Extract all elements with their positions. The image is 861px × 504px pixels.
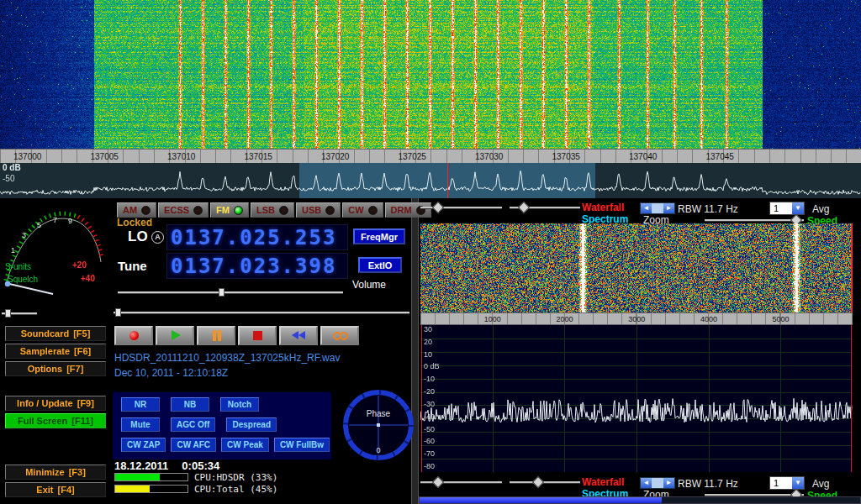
- frequency-tick-label: 5000: [745, 315, 817, 323]
- extio-button[interactable]: ExtIO: [358, 257, 402, 273]
- vfo-a-badge-icon[interactable]: A: [151, 231, 164, 244]
- rewind-button[interactable]: [279, 326, 318, 345]
- mode-button-cw[interactable]: CW: [342, 202, 383, 218]
- slider-groove: [510, 481, 580, 484]
- squelch-slider[interactable]: [2, 308, 37, 318]
- cw-zap-button[interactable]: CW ZAP: [121, 438, 166, 452]
- mode-button-ecss[interactable]: ECSS: [158, 202, 209, 218]
- notch-button[interactable]: Notch: [220, 397, 259, 412]
- waterfall-upper-slider[interactable]: [420, 477, 502, 487]
- zoom-in-arrow-icon[interactable]: ►: [663, 203, 674, 213]
- nr-button[interactable]: NR: [121, 397, 160, 412]
- options-button[interactable]: Options[F7]: [5, 361, 106, 376]
- mode-button-lsb[interactable]: LSB: [251, 202, 294, 218]
- frequency-tick-label: 4000: [673, 315, 745, 323]
- waterfall-label[interactable]: Waterfall: [582, 202, 624, 213]
- tuning-slider[interactable]: [114, 307, 409, 317]
- main-frequency-scale[interactable]: 1370001370051370101370151370201370251370…: [0, 149, 861, 163]
- meter-label-9: 9: [68, 217, 72, 225]
- scrollbar-thumb[interactable]: [420, 497, 662, 503]
- main-spectrum-display[interactable]: 0 dB -50: [0, 163, 861, 198]
- minimize-button[interactable]: Minimize[F3]: [5, 465, 106, 480]
- dropdown-arrow-icon[interactable]: ▼: [792, 477, 804, 489]
- waterfall-lower-slider[interactable]: [510, 202, 580, 213]
- mode-led-icon: [141, 206, 151, 215]
- avg-select[interactable]: 1 ▼: [769, 202, 805, 215]
- pause-button[interactable]: [197, 326, 235, 345]
- cw-peak-button[interactable]: CW Peak: [221, 438, 269, 452]
- mute-button[interactable]: Mute: [121, 417, 160, 432]
- despread-button[interactable]: Despread: [226, 417, 277, 432]
- frequency-tick-label: 137015: [245, 152, 322, 161]
- record-button[interactable]: [114, 326, 153, 345]
- cpu-total-label: CPU:Total (45%): [194, 484, 277, 495]
- waterfall-lower-slider[interactable]: [510, 477, 580, 487]
- lo-frequency-display[interactable]: 0137.025.253: [166, 224, 348, 250]
- tune-frequency-display[interactable]: 0137.023.398: [166, 253, 348, 279]
- agc-button[interactable]: AGC Off: [171, 417, 215, 432]
- frequency-tick-label: 137035: [552, 152, 630, 161]
- dsp-button-label: CW ZAP: [127, 440, 160, 449]
- squelch-label: Squelch: [8, 275, 38, 284]
- zoom-out-arrow-icon[interactable]: ◄: [641, 203, 652, 213]
- samplerate-button[interactable]: Samplerate[F6]: [5, 344, 106, 359]
- slider-thumb[interactable]: [532, 476, 544, 488]
- s-meter: 1 3 5 7 9 +20 +40 S-units Squelch: [1, 200, 110, 306]
- info-update-button[interactable]: Info / Update[F9]: [5, 396, 106, 411]
- zoom-frequency-scale[interactable]: 10002000300040005000: [420, 312, 853, 325]
- avg-select[interactable]: 1 ▼: [769, 476, 805, 490]
- play-button[interactable]: [156, 326, 194, 345]
- meter-needle-tip: [5, 281, 10, 286]
- zoom-scrollbar[interactable]: ◄ ►: [640, 202, 675, 214]
- slider-thumb[interactable]: [431, 202, 443, 213]
- mode-button-fm[interactable]: FM: [210, 202, 249, 218]
- status-time: 0:05:34: [182, 459, 219, 472]
- slider-thumb[interactable]: [431, 476, 443, 488]
- status-datetime: 18.12.20110:05:34: [114, 459, 219, 472]
- dsp-button-label: AGC Off: [177, 420, 209, 429]
- zoom-track[interactable]: [652, 203, 663, 213]
- slider-thumb[interactable]: [5, 309, 11, 318]
- phase-title: Phase: [367, 409, 391, 418]
- avg-select-value: 1: [770, 477, 792, 489]
- cpu-total-meter: [114, 485, 188, 493]
- mode-button-usb[interactable]: USB: [296, 202, 341, 218]
- waterfall-label[interactable]: Waterfall: [582, 476, 624, 488]
- dropdown-arrow-icon[interactable]: ▼: [792, 202, 804, 214]
- volume-slider[interactable]: [118, 287, 343, 297]
- locked-label: Locked: [117, 217, 152, 228]
- cw-fullbw-button[interactable]: CW FullBw: [274, 438, 330, 452]
- exit-button[interactable]: Exit[F4]: [5, 482, 106, 497]
- soundcard-button[interactable]: Soundcard[F5]: [5, 326, 106, 341]
- main-waterfall-display[interactable]: [0, 0, 861, 149]
- cpu-hdsdr-label: CPU:HDSDR (33%): [194, 472, 277, 483]
- zoom-scrollbar[interactable]: ◄ ►: [640, 477, 675, 489]
- cw-afc-button[interactable]: CW AFC: [171, 438, 216, 452]
- zoom-spectrum-display[interactable]: 3020100 dB-10-20-30-40-50-60-70-80: [420, 325, 853, 472]
- phase-indicator[interactable]: Phase 0: [341, 387, 415, 463]
- avg-label: Avg: [812, 478, 829, 490]
- mode-button-am[interactable]: AM: [117, 202, 156, 218]
- slider-thumb[interactable]: [219, 288, 224, 297]
- slider-thumb[interactable]: [115, 308, 121, 317]
- waterfall-scrollbar[interactable]: [419, 496, 861, 504]
- slider-groove: [118, 291, 343, 294]
- button-label: Samplerate: [20, 346, 70, 356]
- function-buttons-main: Soundcard[F5]Samplerate[F6]Options[F7]: [5, 326, 106, 376]
- dsp-button-label: CW Peak: [227, 440, 263, 449]
- freqmgr-button[interactable]: FreqMgr: [353, 228, 405, 244]
- mode-label: CW: [348, 205, 363, 215]
- stop-button[interactable]: [238, 326, 277, 345]
- button-hotkey: [F5]: [73, 328, 90, 339]
- fullscreen-button[interactable]: Full Screen[F11]: [5, 413, 106, 428]
- zoom-out-arrow-icon[interactable]: ◄: [641, 478, 652, 488]
- main-spectrum-canvas[interactable]: [0, 163, 861, 198]
- waterfall-upper-slider[interactable]: [420, 202, 502, 213]
- zoom-waterfall-display[interactable]: [420, 223, 853, 312]
- loop-button[interactable]: [320, 326, 359, 345]
- zoom-in-arrow-icon[interactable]: ►: [663, 478, 674, 488]
- nb-button[interactable]: NB: [171, 397, 209, 412]
- slider-thumb[interactable]: [518, 202, 530, 213]
- zoom-spectrum-canvas[interactable]: [420, 325, 853, 472]
- zoom-track[interactable]: [652, 478, 663, 488]
